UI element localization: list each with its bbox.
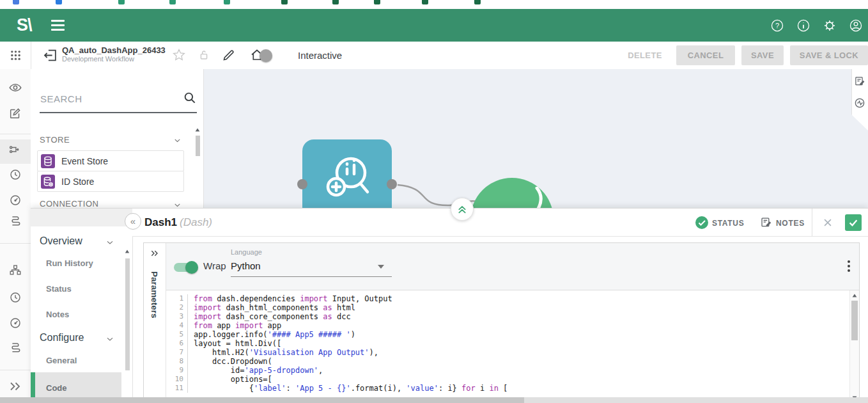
line-number: 8 (166, 357, 188, 366)
nav-item-run-history[interactable]: Run History (46, 258, 93, 268)
nav-scrollbar-thumb[interactable] (125, 258, 130, 370)
browser-tab-favicon[interactable] (281, 0, 288, 4)
palette-scrollbar-thumb[interactable] (196, 136, 200, 156)
queue-stack-icon[interactable] (0, 209, 31, 232)
help-icon[interactable]: ? (770, 19, 784, 33)
collapse-panel-left-icon[interactable]: « (125, 213, 141, 230)
favorite-star-icon[interactable] (171, 47, 187, 63)
code-lines: 1from dash.dependencies import Input, Ou… (166, 294, 850, 393)
editor-menu-kebab-icon[interactable] (848, 260, 850, 272)
line-number: 10 (166, 375, 188, 384)
line-number: 2 (166, 303, 188, 312)
palette-section-store[interactable]: STORE (40, 135, 70, 145)
chevron-down-icon[interactable] (173, 200, 182, 208)
browser-tab-strip[interactable] (0, 0, 868, 9)
notes-icon[interactable] (760, 216, 772, 228)
delete-button[interactable]: DELETE (620, 45, 670, 65)
notes-icon[interactable] (854, 75, 865, 87)
browser-tab-favicon[interactable] (374, 0, 380, 4)
browser-tab-favicon[interactable] (169, 0, 176, 4)
window-horizontal-scrollbar[interactable] (0, 397, 868, 403)
node-input-port[interactable] (297, 179, 307, 189)
info-icon[interactable] (796, 19, 810, 33)
palette-scroll-up-icon[interactable] (196, 128, 200, 131)
queue-stack-icon-2[interactable] (0, 336, 31, 359)
config-nav-top-band (31, 209, 133, 226)
editor-header: Wrap Language Python (166, 243, 859, 290)
browser-tab-favicon[interactable] (422, 0, 428, 4)
expand-panel-chevrons-icon[interactable] (451, 198, 474, 221)
chevron-down-icon[interactable] (105, 334, 115, 344)
settings-gear-icon[interactable] (823, 19, 837, 33)
palette-item-label: ID Store (61, 177, 94, 187)
line-number: 9 (166, 366, 188, 375)
language-select[interactable]: Language Python (231, 248, 392, 277)
close-icon[interactable] (822, 217, 833, 228)
code-line: 2import dash_html_components as html (166, 303, 850, 312)
editor-vertical-scrollbar[interactable] (849, 290, 859, 403)
browser-tab-favicon[interactable] (332, 0, 339, 4)
nav-group-overview[interactable]: Overview (40, 235, 82, 247)
notes-button[interactable]: NOTES (776, 219, 805, 228)
apply-checkbox[interactable] (845, 214, 862, 231)
dashboard-gauge-icon-2[interactable] (0, 312, 31, 335)
dashboard-gauge-icon[interactable] (0, 189, 31, 212)
parameters-collapsed-panel: Parameters (144, 243, 166, 403)
status-check-icon[interactable] (695, 216, 708, 229)
nav-item-notes[interactable]: Notes (46, 310, 69, 319)
workflow-title-block: QA_auto_DashApp_26433 Development Workfl… (62, 45, 166, 63)
expand-rail-chevrons-icon[interactable] (0, 375, 31, 398)
hierarchy-icon[interactable] (0, 258, 31, 281)
language-value: Python (231, 260, 392, 271)
scroll-up-icon[interactable] (853, 294, 857, 297)
history-clock-icon-2[interactable] (0, 286, 31, 309)
browser-tab-favicon[interactable] (224, 0, 230, 4)
workflow-pipeline-icon[interactable] (0, 139, 31, 164)
search-node[interactable] (302, 139, 392, 208)
status-button[interactable]: STATUS (712, 219, 744, 228)
nav-item-general[interactable]: General (46, 356, 77, 365)
code-line: 1from dash.dependencies import Input, Ou… (166, 294, 850, 303)
browser-tab-favicon[interactable] (56, 0, 62, 4)
parameters-label[interactable]: Parameters (150, 271, 159, 319)
activity-pulse-icon[interactable] (854, 97, 865, 109)
history-clock-icon[interactable] (0, 163, 31, 186)
expand-parameters-icon[interactable] (150, 248, 160, 258)
palette-section-connection[interactable]: CONNECTION (40, 199, 98, 208)
wrap-toggle[interactable] (174, 263, 196, 272)
visibility-eye-icon[interactable] (0, 76, 31, 99)
chevron-down-icon[interactable] (105, 237, 115, 248)
browser-tab-favicon[interactable] (474, 0, 481, 4)
editor-scrollbar-thumb[interactable] (851, 301, 858, 340)
edit-pencil-icon[interactable] (221, 47, 236, 63)
nav-scroll-up-icon[interactable] (125, 250, 129, 253)
nav-group-configure[interactable]: Configure (40, 332, 84, 344)
app-grid-icon[interactable] (0, 42, 31, 69)
back-to-list-icon[interactable] (42, 47, 58, 63)
browser-tab-favicon[interactable] (13, 0, 19, 4)
node-detail-panel: Overview Run History Status Notes Config… (31, 208, 868, 403)
nav-item-status[interactable]: Status (46, 284, 72, 294)
save-button[interactable]: SAVE (741, 45, 784, 65)
account-icon[interactable] (849, 19, 863, 33)
app-logo: S\ (17, 15, 32, 35)
menu-icon[interactable] (51, 20, 65, 31)
nav-item-code-label: Code (46, 383, 67, 393)
code-editor[interactable]: 1from dash.dependencies import Input, Ou… (166, 290, 850, 403)
search-icon[interactable] (183, 91, 198, 106)
save-and-lock-button[interactable]: SAVE & LOCK (790, 45, 868, 65)
workflow-canvas[interactable] (204, 69, 868, 208)
chevron-down-icon[interactable] (173, 136, 182, 145)
unlock-icon[interactable] (197, 48, 211, 62)
code-line: 10 options=[ (166, 375, 850, 384)
palette-item-event-store[interactable]: Event Store (37, 150, 184, 171)
palette-item-id-store[interactable]: ID Store (37, 171, 184, 192)
search-input[interactable] (39, 90, 182, 107)
code-line: 11 {'label': 'App 5 - {}'.format(i), 'va… (166, 384, 850, 393)
browser-tab-favicon[interactable] (118, 0, 125, 4)
compose-edit-icon[interactable] (0, 102, 31, 125)
node-output-port[interactable] (387, 179, 397, 189)
cancel-button[interactable]: CANCEL (676, 45, 735, 65)
horizontal-scrollbar-thumb[interactable] (0, 397, 524, 403)
config-nav: Overview Run History Status Notes Config… (31, 226, 133, 403)
